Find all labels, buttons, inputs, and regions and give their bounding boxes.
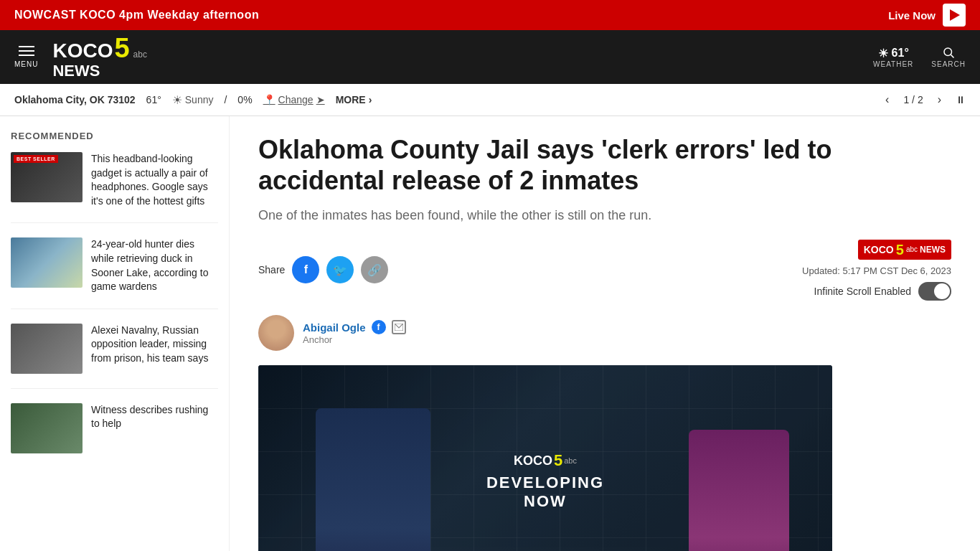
share-row: Share f 🐦 🔗 <box>258 256 388 283</box>
sidebar-thumb-navalny <box>11 324 83 374</box>
sidebar-thumb-headphones: BEST SELLER <box>11 152 83 202</box>
video-anchor-right <box>689 430 789 551</box>
sidebar-thumb-hunter <box>11 237 83 288</box>
location-pin-icon: 📍 <box>263 94 275 105</box>
sidebar-item-witness[interactable]: Witness describes rushing to help <box>11 403 218 468</box>
story-page-indicator: 1 / 2 <box>903 94 923 105</box>
main-content: RECOMMENDED BEST SELLER This headband-lo… <box>0 116 980 551</box>
logo-koco-text: KOCO <box>52 41 113 61</box>
weather-condition: ☀ Sunny <box>172 93 214 107</box>
logo-5-text: 5 <box>114 34 129 62</box>
header-weather-temp: ☀ 61° <box>878 47 909 60</box>
koco-logo-small: KOCO 5 abc NEWS <box>858 240 951 260</box>
weather-location: Oklahoma City, OK 73102 <box>14 94 136 105</box>
svg-line-1 <box>951 55 954 57</box>
pause-button[interactable]: ⏸ <box>956 94 966 105</box>
next-story-button[interactable]: › <box>934 90 945 110</box>
live-now-button[interactable]: Live Now <box>888 4 966 27</box>
sidebar-item-navalny[interactable]: Alexei Navalny, Russian opposition leade… <box>11 324 218 389</box>
menu-bar-icon <box>19 46 34 47</box>
video-developing-text: DEVELOPING <box>486 474 604 492</box>
author-row: Abigail Ogle f Anchor <box>258 315 951 351</box>
sidebar-item-text-navalny: Alexei Navalny, Russian opposition leade… <box>91 324 218 374</box>
video-logo-koco: KOCO <box>514 454 552 467</box>
article-meta: Share f 🐦 🔗 KOCO 5 abc NEWS Updated: 5:1… <box>258 240 951 301</box>
sidebar-thumb-witness <box>11 403 83 453</box>
article-area: Oklahoma County Jail says 'clerk errors'… <box>230 116 980 551</box>
menu-button[interactable]: MENU <box>14 46 38 68</box>
more-button[interactable]: MORE › <box>336 94 372 105</box>
menu-bar-icon <box>19 50 34 52</box>
weather-condition-text: Sunny <box>185 94 214 105</box>
navigation-arrow-icon: ➤ <box>316 94 325 105</box>
email-icon-svg <box>395 324 403 331</box>
koco-logo-news: NEWS <box>920 245 946 255</box>
play-button-circle[interactable] <box>943 4 966 27</box>
author-name-row: Abigail Ogle f <box>303 320 406 334</box>
weather-bar-right: ‹ 1 / 2 › ⏸ <box>882 90 966 110</box>
header-right: ☀ 61° WEATHER SEARCH <box>873 46 966 68</box>
koco-logo-abc: abc <box>906 245 918 253</box>
copy-link-button[interactable]: 🔗 <box>361 256 388 283</box>
sidebar-item-text-hunter: 24-year-old hunter dies while retrieving… <box>91 237 218 293</box>
sidebar-item-hunter[interactable]: 24-year-old hunter dies while retrieving… <box>11 237 218 309</box>
koco-logo-5: 5 <box>896 242 904 257</box>
sidebar: RECOMMENDED BEST SELLER This headband-lo… <box>0 116 230 551</box>
sidebar-item-text-witness: Witness describes rushing to help <box>91 403 218 453</box>
infinite-scroll-label: Infinite Scroll Enabled <box>814 286 911 297</box>
video-logo-abc: abc <box>564 456 577 465</box>
weather-bar: Oklahoma City, OK 73102 61° ☀ Sunny / 0%… <box>0 84 980 116</box>
chevron-right-icon: › <box>369 94 372 105</box>
svg-point-0 <box>944 48 952 56</box>
search-icon <box>942 46 955 59</box>
author-role: Anchor <box>303 334 406 345</box>
weather-precip: / <box>224 94 227 105</box>
menu-label: MENU <box>14 60 38 68</box>
logo-abc-text: abc <box>133 50 147 60</box>
article-meta-right: KOCO 5 abc NEWS Updated: 5:17 PM CST Dec… <box>802 240 951 301</box>
author-facebook-icon[interactable]: f <box>372 320 386 334</box>
infinite-scroll-row: Infinite Scroll Enabled <box>814 282 951 301</box>
logo-news-text: NEWS <box>52 62 147 80</box>
sunny-icon: ☀ <box>172 93 182 107</box>
author-avatar <box>258 315 294 351</box>
weather-temp-bar: 61° <box>146 94 161 105</box>
play-triangle-icon <box>950 9 960 21</box>
article-updated-text: Updated: 5:17 PM CST Dec 6, 2023 <box>802 265 951 276</box>
breaking-bar-text: NOWCAST KOCO 4pm Weekday afternoon <box>14 9 259 22</box>
breaking-bar: NOWCAST KOCO 4pm Weekday afternoon Live … <box>0 0 980 30</box>
infinite-scroll-toggle[interactable] <box>918 282 951 301</box>
koco-logo-koco: KOCO <box>864 244 894 255</box>
header-left: MENU KOCO 5 abc NEWS <box>14 34 147 80</box>
video-background: KOCO 5 abc DEVELOPING NOW <box>258 365 832 551</box>
article-subheadline: One of the inmates has been found, while… <box>258 207 760 225</box>
site-header: MENU KOCO 5 abc NEWS ☀ 61° WEATHER <box>0 30 980 84</box>
article-headline: Oklahoma County Jail says 'clerk errors'… <box>258 134 875 196</box>
site-logo[interactable]: KOCO 5 abc NEWS <box>52 34 147 80</box>
video-player[interactable]: KOCO 5 abc DEVELOPING NOW <box>258 365 832 551</box>
menu-bar-icon <box>19 55 34 56</box>
author-info: Abigail Ogle f Anchor <box>303 320 406 345</box>
video-anchor-left <box>316 408 430 551</box>
video-logo-5: 5 <box>554 451 562 470</box>
search-widget[interactable]: SEARCH <box>931 46 966 68</box>
twitter-share-button[interactable]: 🐦 <box>326 256 354 283</box>
search-label: SEARCH <box>931 60 966 68</box>
sidebar-item-headphones[interactable]: BEST SELLER This headband-looking gadget… <box>11 152 218 223</box>
weather-precip-value: 0% <box>237 94 252 105</box>
bestseller-badge: BEST SELLER <box>14 155 58 163</box>
change-location-button[interactable]: 📍 Change ➤ <box>263 94 325 105</box>
facebook-share-button[interactable]: f <box>292 256 319 283</box>
prev-story-button[interactable]: ‹ <box>882 90 892 110</box>
toggle-knob <box>934 283 950 299</box>
weather-bar-left: Oklahoma City, OK 73102 61° ☀ Sunny / 0%… <box>14 93 372 107</box>
video-now-text: NOW <box>486 492 604 511</box>
recommended-section-title: RECOMMENDED <box>11 131 218 141</box>
author-name[interactable]: Abigail Ogle <box>303 321 366 334</box>
sidebar-item-text-headphones: This headband-looking gadget is actually… <box>91 152 218 208</box>
video-overlay-logo: KOCO 5 abc DEVELOPING NOW <box>486 451 604 511</box>
header-weather-label: WEATHER <box>873 60 913 68</box>
share-label: Share <box>258 264 285 276</box>
weather-widget[interactable]: ☀ 61° WEATHER <box>873 47 913 68</box>
author-email-icon[interactable] <box>392 320 406 334</box>
